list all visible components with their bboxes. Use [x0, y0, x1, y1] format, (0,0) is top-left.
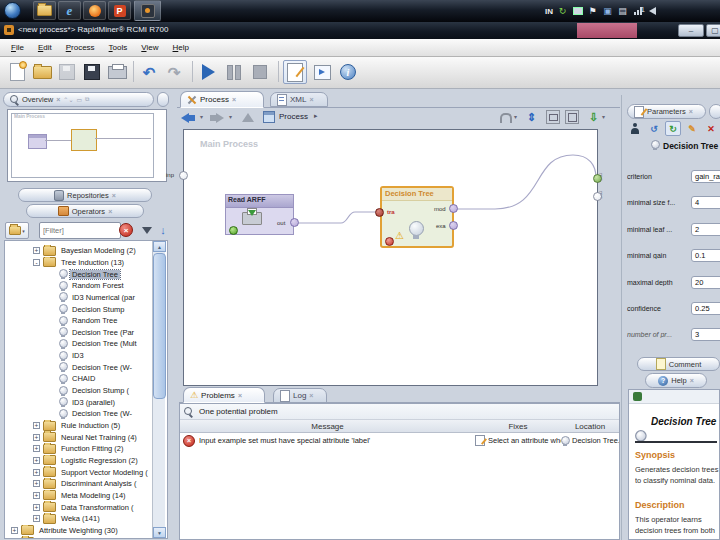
menu-tools[interactable]: Tools [102, 41, 135, 54]
taskbar-explorer-button[interactable] [33, 1, 56, 20]
problem-fix[interactable]: Select an attribute who ... [488, 436, 561, 445]
tray-network-icon[interactable] [572, 6, 583, 17]
minimize-button[interactable]: – [678, 24, 704, 37]
expand-icon[interactable]: + [33, 504, 40, 511]
new-process-button[interactable] [5, 60, 29, 84]
menu-process[interactable]: Process [59, 41, 102, 54]
tree-scrollbar[interactable]: ▲ ▼ [152, 241, 165, 538]
operators-close-icon[interactable]: × [108, 208, 112, 215]
clear-filter-button[interactable]: × [119, 223, 133, 237]
parameter-input[interactable]: 3 [691, 328, 720, 341]
collapse-icon[interactable]: - [33, 259, 40, 266]
tree-item[interactable]: CHAID [5, 373, 153, 385]
tree-item[interactable]: ID3 (parallel) [5, 396, 153, 408]
canvas-result-port-2[interactable] [593, 192, 602, 201]
results-view-button[interactable] [310, 60, 334, 84]
expand-icon[interactable]: + [33, 422, 40, 429]
problem-row[interactable]: × Input example set must have special at… [180, 433, 619, 448]
forward-dropdown-icon[interactable]: ▾ [229, 113, 232, 120]
tab-process-close-icon[interactable]: × [232, 96, 236, 103]
column-message[interactable]: Message [180, 422, 475, 431]
tree-scrollbar-thumb[interactable] [153, 253, 166, 399]
parameter-input[interactable]: 2 [691, 223, 720, 236]
taskbar-powerpoint-button[interactable]: P [108, 1, 131, 20]
overview-minimap[interactable]: Main Process [7, 109, 167, 182]
tree-item[interactable]: Decision Tree (W- [5, 362, 153, 374]
expand-icon[interactable]: + [33, 480, 40, 487]
parameter-select[interactable]: gain_ratio [691, 170, 720, 183]
breadcrumb[interactable]: Process [279, 112, 308, 121]
tree-item[interactable]: Decision Stump ( [5, 385, 153, 397]
nav-forward-button[interactable] [210, 110, 227, 125]
decision-tree-tra-port[interactable] [375, 208, 384, 217]
operators-tab[interactable]: Operators × [26, 204, 144, 218]
repositories-close-icon[interactable]: × [112, 192, 116, 199]
menu-file[interactable]: File [4, 41, 31, 54]
tree-item[interactable]: +Attribute Weighting (30) [5, 525, 153, 537]
tray-device-icon[interactable]: ▣ [602, 6, 613, 17]
taskbar-rapidminer-button[interactable] [134, 0, 161, 21]
tree-item[interactable]: +Weka (141) [5, 513, 153, 525]
background-window-fragment[interactable] [577, 23, 637, 38]
nav-back-button[interactable] [181, 110, 198, 125]
tab-problems-close-icon[interactable]: × [238, 392, 242, 399]
operator-filter-input[interactable] [39, 222, 121, 239]
repositories-tab[interactable]: Repositories × [18, 188, 152, 202]
nav-up-button[interactable] [241, 110, 255, 125]
tray-security-icon[interactable]: ▤ [617, 6, 628, 17]
parameter-input[interactable]: 0.25 [691, 302, 720, 315]
column-fixes[interactable]: Fixes [475, 422, 561, 431]
filter-scope-button[interactable]: ▾ [5, 222, 29, 239]
tree-item[interactable]: +Bayesian Modeling (2) [5, 245, 153, 257]
sort-button[interactable]: ↓ [156, 222, 170, 239]
parameter-input[interactable]: 20 [691, 276, 720, 289]
taskbar-ie-button[interactable]: e [58, 1, 81, 20]
tree-item[interactable]: Random Tree [5, 315, 153, 327]
menu-help[interactable]: Help [166, 41, 196, 54]
menu-edit[interactable]: Edit [31, 41, 59, 54]
overview-close-icon[interactable]: × [56, 96, 60, 103]
operator-menu-button[interactable] [627, 121, 643, 136]
tree-item[interactable]: +Neural Net Training (4) [5, 431, 153, 443]
expand-icon[interactable]: + [33, 515, 40, 522]
overview-restore-icon[interactable]: ⌃⌄ [63, 96, 73, 103]
filter-options-button[interactable] [138, 222, 155, 239]
tab-process[interactable]: Process × [180, 91, 264, 108]
tree-item[interactable]: +Data Transformation ( [5, 501, 153, 513]
tree-item[interactable]: ID3 [5, 350, 153, 362]
menu-view[interactable]: View [134, 41, 165, 54]
help-tab[interactable]: ? Help × [645, 373, 707, 388]
pause-process-button[interactable] [222, 60, 246, 84]
help-close-icon[interactable]: × [690, 377, 694, 384]
tree-item[interactable]: Random Forest [5, 280, 153, 292]
save-process-as-button[interactable] [80, 60, 104, 84]
save-process-button[interactable] [55, 60, 79, 84]
run-process-button[interactable] [196, 60, 220, 84]
auto-wire-button[interactable]: ⇕ [524, 110, 539, 125]
tray-volume-icon[interactable] [647, 6, 658, 17]
parameters-tab-stub[interactable] [709, 104, 720, 119]
canvas-tool-dropdown-icon[interactable]: ▾ [514, 113, 517, 120]
canvas-result-port-1[interactable] [593, 174, 602, 183]
clear-params-button[interactable]: ✕ [703, 121, 719, 136]
expand-icon[interactable]: + [33, 247, 40, 254]
parameters-close-icon[interactable]: × [689, 108, 693, 115]
tray-language-indicator[interactable]: IN [545, 7, 553, 16]
tree-item[interactable]: +Function Fitting (2) [5, 443, 153, 455]
tree-item[interactable]: Decision Tree (Mult [5, 338, 153, 350]
parameter-input[interactable]: 4 [691, 196, 720, 209]
design-view-button[interactable] [283, 60, 307, 84]
tree-item[interactable]: -Tree Induction (13) [5, 257, 153, 269]
help-bookmark-icon[interactable] [633, 392, 642, 401]
tray-update-icon[interactable]: ↻ [557, 6, 568, 17]
tree-item[interactable]: Decision Tree (W- [5, 408, 153, 420]
open-process-button[interactable] [30, 60, 54, 84]
canvas-input-port[interactable] [179, 171, 188, 180]
decision-tree-exa-port[interactable] [449, 221, 458, 230]
scroll-up-icon[interactable]: ▲ [153, 241, 166, 252]
tree-item[interactable]: +Clustering and Segmentation ( [5, 536, 153, 539]
parameter-input[interactable]: 0.1 [691, 249, 720, 262]
expand-icon[interactable]: + [33, 434, 40, 441]
overview-tab-stub[interactable] [157, 92, 169, 107]
tab-problems[interactable]: ⚠ Problems × [183, 387, 265, 403]
